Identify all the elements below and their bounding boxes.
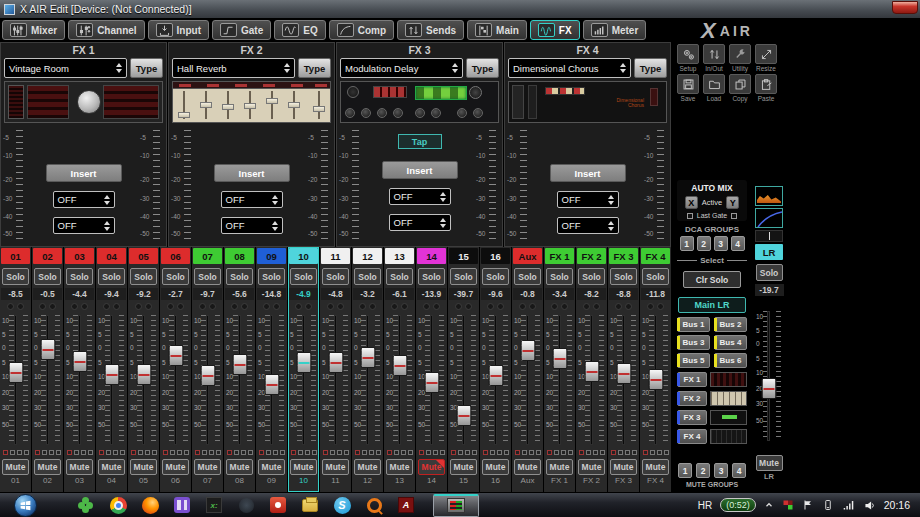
fx-insert-button[interactable]: Insert — [214, 164, 290, 182]
fader-cap[interactable] — [296, 352, 311, 373]
fx-type-button[interactable]: Type — [634, 58, 667, 78]
channel-label[interactable]: 09 — [257, 248, 286, 264]
fader-cap[interactable] — [616, 363, 631, 384]
channel-fader[interactable]: 1050510203050 — [96, 312, 127, 448]
fx-send1-select[interactable]: OFF — [221, 191, 283, 208]
channel-label[interactable]: 03 — [65, 248, 94, 264]
pan-indicator[interactable] — [103, 302, 120, 310]
fader-cap[interactable] — [648, 369, 663, 390]
fader-cap[interactable] — [360, 347, 375, 368]
channel-label[interactable]: FX 4 — [641, 248, 670, 264]
fader-cap[interactable] — [520, 340, 535, 361]
channel-fader[interactable]: 1050510203050 — [448, 312, 479, 448]
channel-fader[interactable]: 1050510203050 — [480, 312, 511, 448]
mute-button[interactable]: Mute — [194, 459, 221, 475]
fader-cap[interactable] — [104, 364, 119, 385]
setup-button[interactable]: Setup — [676, 44, 701, 72]
pan-indicator[interactable] — [71, 302, 88, 310]
solo-button[interactable]: Solo — [578, 268, 605, 285]
mute-button[interactable]: Mute — [322, 459, 349, 475]
mute-group-button-4[interactable]: 4 — [732, 463, 746, 478]
fx-effect-select[interactable]: Hall Reverb — [172, 58, 295, 78]
solo-button[interactable]: Solo — [66, 268, 93, 285]
fader-cap[interactable] — [232, 354, 247, 375]
resize-button[interactable]: Resize — [754, 44, 779, 72]
mute-button[interactable]: Mute — [546, 459, 573, 475]
save-button[interactable]: Save — [676, 74, 701, 102]
fx-send1-select[interactable]: OFF — [389, 188, 451, 205]
pan-indicator[interactable] — [615, 302, 632, 310]
lr-eq-thumbnail[interactable] — [755, 186, 783, 206]
taskbar-icon-search[interactable] — [363, 494, 385, 516]
fader-cap[interactable] — [40, 339, 55, 360]
fader-cap[interactable] — [424, 372, 439, 393]
lr-solo-button[interactable]: Solo — [756, 264, 783, 281]
solo-button[interactable]: Solo — [2, 268, 29, 285]
channel-label[interactable]: 12 — [353, 248, 382, 264]
toolbar-button-main[interactable]: Main — [467, 20, 527, 40]
channel-label[interactable]: 08 — [225, 248, 254, 264]
fader-cap[interactable] — [762, 378, 777, 399]
lr-fader[interactable]: 1050510203050 — [754, 308, 784, 444]
hidden-icons-arrow[interactable] — [764, 500, 774, 510]
bus-send-button-bus-1[interactable]: Bus 1 — [677, 317, 710, 332]
channel-label[interactable]: FX 3 — [609, 248, 638, 264]
pan-indicator[interactable] — [39, 302, 56, 310]
dca-group-button-4[interactable]: 4 — [731, 236, 745, 251]
mute-group-button-2[interactable]: 2 — [696, 463, 710, 478]
bus-send-button-bus-4[interactable]: Bus 4 — [714, 335, 747, 350]
fx-send-button-fx-2[interactable]: FX 2 — [677, 391, 707, 406]
toolbar-button-fx[interactable]: FX — [530, 20, 580, 40]
mute-button[interactable]: Mute — [290, 459, 317, 475]
solo-button[interactable]: Solo — [610, 268, 637, 285]
fader-cap[interactable] — [72, 351, 87, 372]
pan-indicator[interactable] — [487, 302, 504, 310]
channel-fader[interactable]: 1050510203050 — [416, 312, 447, 448]
paste-button[interactable]: Paste — [754, 74, 779, 102]
fx-send2-select[interactable]: OFF — [389, 214, 451, 231]
mute-button[interactable]: Mute — [98, 459, 125, 475]
fx-insert-button[interactable]: Insert — [382, 161, 458, 179]
pan-indicator[interactable] — [263, 302, 280, 310]
fx-insert-button[interactable]: Insert — [550, 164, 626, 182]
channel-fader[interactable]: 1050510203050 — [256, 312, 287, 448]
channel-label[interactable]: 02 — [33, 248, 62, 264]
mute-button[interactable]: Mute — [34, 459, 61, 475]
mute-button[interactable]: Mute — [226, 459, 253, 475]
channel-label[interactable]: Aux — [513, 248, 542, 264]
last-gate-checkbox-x[interactable] — [687, 213, 693, 219]
fx-effect-select[interactable]: Modulation Delay — [340, 58, 463, 78]
bus-send-button-bus-3[interactable]: Bus 3 — [677, 335, 710, 350]
solo-button[interactable]: Solo — [162, 268, 189, 285]
channel-fader[interactable]: 1050510203050 — [64, 312, 95, 448]
pan-indicator[interactable] — [135, 302, 152, 310]
solo-button[interactable]: Solo — [642, 268, 669, 285]
channel-fader[interactable]: 1050510203050 — [0, 312, 31, 448]
channel-fader[interactable]: 1050510203050 — [384, 312, 415, 448]
channel-label[interactable]: FX 1 — [545, 248, 574, 264]
fx-device-graphic[interactable] — [172, 81, 331, 123]
taskbar-icon-firefox[interactable] — [139, 494, 161, 516]
solo-button[interactable]: Solo — [290, 268, 317, 285]
volume-icon[interactable] — [863, 499, 876, 512]
fx-send2-select[interactable]: OFF — [557, 217, 619, 234]
fader-cap[interactable] — [456, 405, 471, 426]
solo-button[interactable]: Solo — [130, 268, 157, 285]
taskbar-icon-chrome[interactable] — [107, 494, 129, 516]
fx-send-thumbnail-2[interactable] — [710, 391, 747, 406]
channel-fader[interactable]: 1050510203050 — [160, 312, 191, 448]
dca-group-button-3[interactable]: 3 — [714, 236, 728, 251]
fx-send-thumbnail-1[interactable] — [710, 372, 747, 387]
toolbar-button-sends[interactable]: Sends — [397, 20, 464, 40]
channel-label[interactable]: 11 — [321, 248, 350, 264]
pan-indicator[interactable] — [199, 302, 216, 310]
fader-cap[interactable] — [392, 355, 407, 376]
pan-indicator[interactable] — [583, 302, 600, 310]
main-lr-button[interactable]: Main LR — [678, 297, 746, 313]
toolbar-button-comp[interactable]: Comp — [329, 20, 394, 40]
fader-cap[interactable] — [264, 374, 279, 395]
solo-button[interactable]: Solo — [34, 268, 61, 285]
solo-button[interactable]: Solo — [98, 268, 125, 285]
fader-cap[interactable] — [584, 361, 599, 382]
channel-label[interactable]: 05 — [129, 248, 158, 264]
